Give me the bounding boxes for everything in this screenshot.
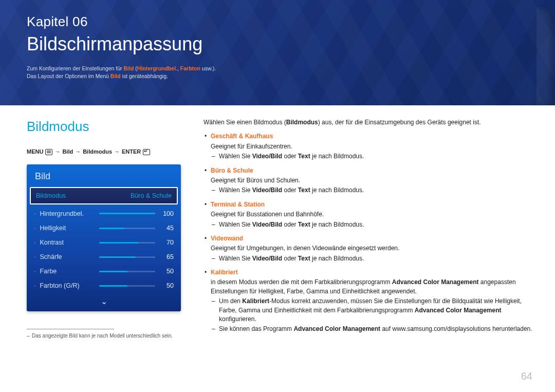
left-column: Bildmodus MENU → Bild → Bildmodus → ENTE…	[27, 117, 181, 377]
breadcrumb-menu: MENU	[27, 148, 43, 156]
mode-sub-item: Wählen Sie Video/Bild oder Text je nach …	[211, 186, 534, 195]
osd-row-label: Farbe	[40, 267, 95, 276]
osd-slider-track[interactable]	[99, 285, 155, 287]
mode-sub-item: Wählen Sie Video/Bild oder Text je nach …	[211, 152, 534, 161]
osd-row-label: Helligkeit	[40, 223, 95, 233]
mode-sublist: Wählen Sie Video/Bild oder Text je nach …	[211, 186, 534, 195]
osd-row-value: 50	[159, 281, 174, 290]
bullet-icon: ·	[34, 238, 35, 247]
mode-sublist: Wählen Sie Video/Bild oder Text je nach …	[211, 254, 534, 263]
chapter-label: Kapitel 06	[27, 12, 534, 32]
osd-row-value: 65	[159, 252, 174, 262]
osd-slider-row[interactable]: ·Kontrast70	[27, 235, 181, 250]
page-number: 64	[521, 369, 532, 384]
bullet-icon: ·	[34, 252, 35, 262]
mode-sub-item: Sie können das Programm Advanced Color M…	[211, 325, 534, 333]
mode-desc: Geeignet für Umgebungen, in denen Videow…	[211, 244, 534, 253]
intro-highlight: Hintergrundbel.	[137, 65, 177, 71]
arrow-icon: →	[54, 148, 60, 156]
divider	[27, 329, 114, 329]
osd-selected-row[interactable]: Bildmodus Büro & Schule	[30, 187, 178, 204]
mode-name: Terminal & Station	[211, 200, 534, 209]
osd-row-label: Kontrast	[40, 238, 95, 247]
mode-sub-item: Wählen Sie Video/Bild oder Text je nach …	[211, 220, 534, 229]
mode-item: Terminal & StationGeeignet für Busstatio…	[203, 200, 534, 229]
mode-desc: Geeignet für Busstationen und Bahnhöfe.	[211, 210, 534, 219]
osd-slider-row[interactable]: ·Hintergrundbel.100	[27, 207, 181, 221]
mode-name: Videowand	[211, 234, 534, 243]
osd-slider-fill	[99, 242, 138, 244]
footnote: ―Das angezeigte Bild kann je nach Modell…	[27, 332, 181, 340]
osd-slider-fill	[99, 256, 136, 258]
osd-slider-fill	[99, 213, 155, 214]
chevron-down-icon[interactable]: ⌄	[27, 293, 181, 311]
osd-row-value: 100	[159, 209, 174, 218]
section-title: Bildmodus	[27, 117, 181, 137]
bullet-icon: ·	[34, 223, 35, 233]
osd-slider-row[interactable]: ·Farbton (G/R)50	[27, 278, 181, 293]
osd-selected-key: Bildmodus	[36, 191, 66, 200]
osd-title: Bild	[27, 164, 181, 187]
osd-selected-value: Büro & Schule	[131, 191, 172, 200]
chapter-title: Bildschirmanpassung	[27, 31, 534, 58]
enter-icon	[143, 149, 150, 155]
bullet-icon: ·	[34, 281, 35, 290]
osd-slider-track[interactable]	[99, 271, 155, 272]
bullet-icon: ·	[34, 267, 35, 276]
intro-highlight: Bild	[124, 65, 134, 71]
mode-item: Kalibriertin diesem Modus werden die mit…	[203, 268, 534, 334]
lead-paragraph: Wählen Sie einen Bildmodus (Bildmodus) a…	[203, 118, 534, 127]
chapter-banner: Kapitel 06 Bildschirmanpassung Zum Konfi…	[0, 0, 555, 105]
mode-name: Geschäft & Kaufhaus	[211, 132, 534, 141]
mode-sub-item: Wählen Sie Video/Bild oder Text je nach …	[211, 254, 534, 263]
osd-menu: Bild Bildmodus Büro & Schule ·Hintergrun…	[27, 164, 181, 311]
osd-row-value: 50	[159, 267, 174, 276]
osd-slider-track[interactable]	[99, 256, 155, 258]
breadcrumb-step: Bildmodus	[83, 148, 112, 156]
osd-slider-fill	[99, 271, 127, 272]
mode-sublist: Wählen Sie Video/Bild oder Text je nach …	[211, 220, 534, 229]
mode-sublist: Um den Kalibriert-Modus korrekt anzuwend…	[211, 297, 534, 334]
menu-breadcrumb: MENU → Bild → Bildmodus → ENTER	[27, 148, 181, 156]
osd-slider-row[interactable]: ·Schärfe65	[27, 250, 181, 264]
osd-slider-track[interactable]	[99, 213, 155, 214]
mode-name: Kalibriert	[211, 268, 534, 277]
mode-sub-item: Um den Kalibriert-Modus korrekt anzuwend…	[211, 297, 534, 324]
intro-highlight: Farbton	[180, 65, 200, 71]
osd-slider-fill	[99, 228, 124, 229]
mode-desc: Geeignet für Einkaufszentren.	[211, 142, 534, 151]
mode-desc: Geeignet für Büros und Schulen.	[211, 176, 534, 185]
breadcrumb-step: Bild	[62, 148, 73, 156]
osd-slider-fill	[99, 285, 127, 287]
osd-slider-row[interactable]: ·Helligkeit45	[27, 221, 181, 235]
chapter-intro: Zum Konfigurieren der Einstellungen für …	[27, 65, 314, 80]
modes-list: Geschäft & KaufhausGeeignet für Einkaufs…	[203, 132, 534, 333]
osd-slider-track[interactable]	[99, 228, 155, 229]
osd-row-label: Farbton (G/R)	[40, 281, 95, 290]
intro-highlight: Bild	[110, 73, 121, 79]
mode-item: VideowandGeeignet für Umgebungen, in den…	[203, 234, 534, 263]
osd-row-value: 45	[159, 223, 174, 233]
mode-desc: in diesem Modus werden die mit dem Farbk…	[211, 278, 534, 296]
osd-slider-row[interactable]: ·Farbe50	[27, 264, 181, 278]
breadcrumb-enter: ENTER	[122, 148, 141, 156]
bullet-icon: ·	[34, 209, 35, 218]
menu-icon	[45, 149, 52, 155]
arrow-icon: →	[114, 148, 120, 156]
mode-name: Büro & Schule	[211, 166, 534, 175]
arrow-icon: →	[75, 148, 81, 156]
osd-row-label: Schärfe	[40, 252, 95, 262]
osd-row-label: Hintergrundbel.	[40, 209, 95, 218]
mode-item: Geschäft & KaufhausGeeignet für Einkaufs…	[203, 132, 534, 161]
right-column: Wählen Sie einen Bildmodus (Bildmodus) a…	[203, 117, 534, 377]
mode-sublist: Wählen Sie Video/Bild oder Text je nach …	[211, 152, 534, 161]
mode-item: Büro & SchuleGeeignet für Büros und Schu…	[203, 166, 534, 195]
intro-text: Zum Konfigurieren der Einstellungen für	[27, 65, 124, 71]
osd-slider-track[interactable]	[99, 242, 155, 244]
osd-row-value: 70	[159, 238, 174, 247]
